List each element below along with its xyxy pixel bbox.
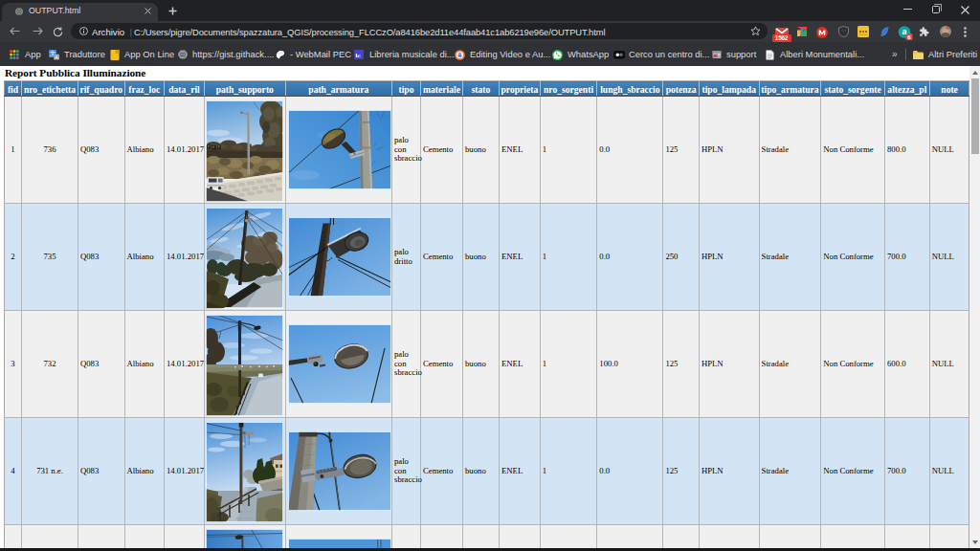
svg-text:A: A (55, 55, 58, 60)
